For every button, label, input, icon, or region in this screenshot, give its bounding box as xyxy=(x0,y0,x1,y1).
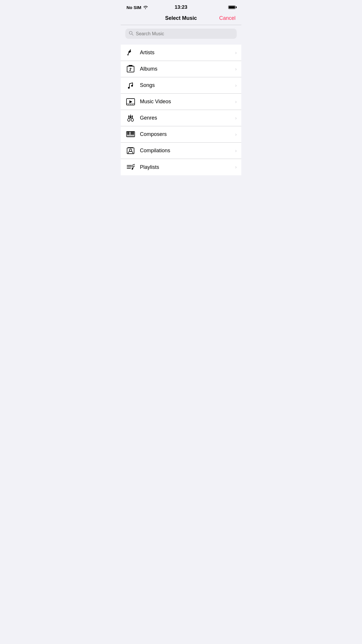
microphone-icon xyxy=(125,49,136,57)
chevron-icon: › xyxy=(235,99,237,104)
album-icon xyxy=(125,65,136,73)
menu-item-playlists[interactable]: Playlists › xyxy=(121,159,241,175)
chevron-icon: › xyxy=(235,116,237,121)
svg-line-4 xyxy=(128,52,129,55)
menu-item-genres[interactable]: Genres › xyxy=(121,110,241,126)
menu-list: Artists › Albums › Songs › xyxy=(121,45,241,175)
menu-item-compilations[interactable]: Compilations › xyxy=(121,143,241,159)
music-videos-label: Music Videos xyxy=(140,99,233,105)
svg-point-21 xyxy=(131,118,133,121)
genres-icon xyxy=(125,114,136,122)
svg-rect-40 xyxy=(131,132,132,135)
chevron-icon: › xyxy=(235,164,237,170)
carrier-label: No SIM xyxy=(126,5,141,10)
wifi-icon xyxy=(143,5,148,10)
svg-point-9 xyxy=(129,70,131,71)
menu-item-albums[interactable]: Albums › xyxy=(121,61,241,77)
music-video-icon xyxy=(125,98,136,105)
genres-label: Genres xyxy=(140,115,233,121)
search-input[interactable] xyxy=(136,31,233,36)
svg-rect-39 xyxy=(129,132,129,135)
status-right xyxy=(228,6,236,9)
svg-rect-38 xyxy=(127,132,128,135)
chevron-icon: › xyxy=(235,50,237,55)
menu-item-songs[interactable]: Songs › xyxy=(121,77,241,94)
svg-rect-44 xyxy=(128,147,133,148)
nav-bar: Select Music Cancel xyxy=(121,13,241,25)
chevron-icon: › xyxy=(235,83,237,88)
composers-icon xyxy=(125,131,136,138)
svg-rect-41 xyxy=(132,132,133,135)
svg-point-10 xyxy=(128,87,130,89)
compilations-icon xyxy=(125,147,136,155)
svg-point-16 xyxy=(128,118,130,121)
svg-rect-7 xyxy=(128,66,133,66)
music-note-icon xyxy=(125,81,136,90)
status-left: No SIM xyxy=(126,5,148,10)
chevron-icon: › xyxy=(235,66,237,72)
search-bar xyxy=(125,29,237,39)
composers-label: Composers xyxy=(140,131,233,137)
svg-rect-42 xyxy=(133,132,134,135)
playlists-label: Playlists xyxy=(140,164,233,170)
playlists-icon xyxy=(125,163,136,171)
svg-line-1 xyxy=(132,34,133,36)
svg-point-45 xyxy=(129,149,132,151)
search-icon xyxy=(129,31,133,36)
search-container xyxy=(121,25,241,41)
svg-point-5 xyxy=(127,54,129,55)
artists-label: Artists xyxy=(140,50,233,56)
compilations-label: Compilations xyxy=(140,148,233,154)
cancel-button[interactable]: Cancel xyxy=(219,15,236,21)
svg-point-11 xyxy=(131,85,133,87)
status-bar: No SIM 13:23 xyxy=(121,0,241,13)
svg-point-50 xyxy=(132,168,133,170)
chevron-icon: › xyxy=(235,148,237,153)
battery-icon xyxy=(228,6,236,9)
albums-label: Albums xyxy=(140,66,233,72)
menu-item-artists[interactable]: Artists › xyxy=(121,45,241,61)
status-time: 13:23 xyxy=(175,4,187,10)
menu-item-music-videos[interactable]: Music Videos › xyxy=(121,94,241,110)
songs-label: Songs xyxy=(140,82,233,88)
menu-item-composers[interactable]: Composers › xyxy=(121,126,241,143)
page-title: Select Music xyxy=(165,15,197,21)
svg-rect-8 xyxy=(129,65,132,66)
chevron-icon: › xyxy=(235,132,237,137)
